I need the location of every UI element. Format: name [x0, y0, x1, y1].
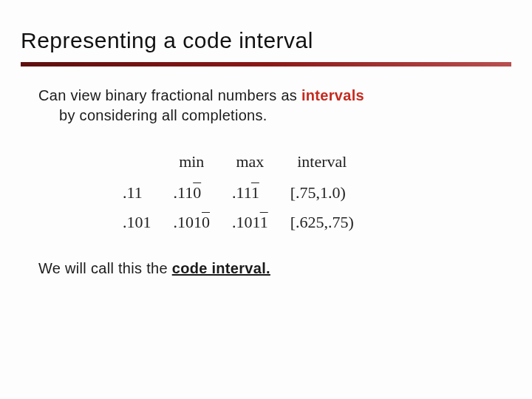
table-row: .101 .1010 .1011 [.625,.75)	[118, 211, 358, 233]
cell-code: .101	[118, 211, 156, 233]
cell-max: .111	[228, 182, 273, 204]
col-blank	[118, 152, 156, 174]
slide-body: Can view binary fractional numbers as in…	[21, 66, 511, 277]
closing-paragraph: We will call this the code interval.	[38, 260, 494, 277]
intro-highlight: intervals	[301, 87, 364, 103]
closing-lead: We will call this the	[38, 260, 172, 276]
cell-interval: [.75,1.0)	[286, 182, 358, 204]
table-header-row: min max interval	[118, 152, 358, 174]
col-interval: interval	[286, 152, 358, 174]
table-row: .11 .110 .111 [.75,1.0)	[118, 182, 358, 204]
intro-paragraph: Can view binary fractional numbers as in…	[38, 86, 494, 126]
intro-lead: Can view binary fractional numbers as	[38, 87, 301, 103]
col-max: max	[228, 152, 273, 174]
cell-max: .1011	[228, 211, 273, 233]
interval-table: min max interval .11 .110 .111 [.75,1.0)…	[105, 145, 494, 241]
cell-min: .1010	[169, 211, 215, 233]
slide-title: Representing a code interval	[21, 28, 511, 61]
col-min: min	[169, 152, 215, 174]
intro-tail: by considering all completions.	[38, 107, 267, 123]
slide: Representing a code interval Can view bi…	[0, 0, 532, 399]
cell-min: .110	[169, 182, 215, 204]
cell-code: .11	[118, 182, 156, 204]
cell-interval: [.625,.75)	[286, 211, 358, 233]
closing-term: code interval.	[172, 260, 270, 276]
